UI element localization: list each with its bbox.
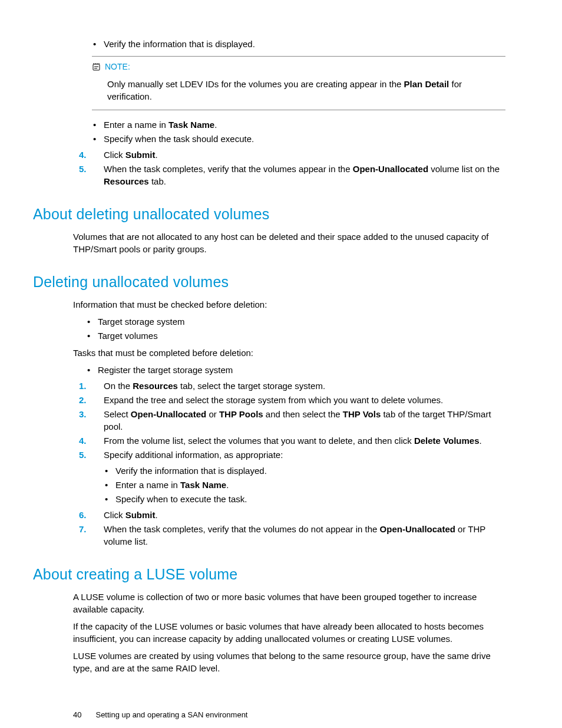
text: Expand the tree and select the storage s… (104, 395, 443, 405)
list-item: Target volumes (85, 330, 505, 342)
text: From the volume list, select the volumes… (104, 436, 414, 446)
list-item: Verify the information that is displayed… (103, 465, 505, 477)
text-bold: Submit (125, 150, 156, 160)
list-item: Enter a name in Task Name. (91, 118, 505, 131)
step5-sublist: Verify the information that is displayed… (103, 465, 505, 505)
text: . (156, 150, 158, 160)
text: Verify the information that is displayed… (104, 39, 255, 49)
footer-title: Setting up and operating a SAN environme… (95, 710, 247, 719)
top-steps: Click Submit. When the task completes, v… (79, 149, 505, 187)
text-bold: Plan Detail (404, 79, 449, 89)
list-item: Click Submit. (79, 149, 505, 161)
list-item: On the Resources tab, select the target … (79, 380, 505, 392)
note-icon (92, 62, 101, 74)
paragraph: If the capacity of the LUSE volumes or b… (73, 620, 505, 645)
text-bold: Task Name (180, 480, 226, 490)
text: Select (104, 409, 131, 419)
top-bullets-1: Verify the information that is displayed… (91, 38, 505, 50)
list-item: Verify the information that is displayed… (91, 38, 505, 50)
text: Specify when to execute the task. (115, 494, 247, 504)
text: Verify the information that is displayed… (115, 466, 267, 476)
text: Enter a name in (104, 120, 168, 130)
check-list: Target storage system Target volumes (85, 315, 505, 342)
text: Target storage system (98, 317, 185, 327)
section-heading: About deleting unallocated volumes (33, 204, 505, 225)
list-item: When the task completes, verify that the… (79, 523, 505, 548)
text: . (226, 480, 229, 490)
list-item: Click Submit. (79, 509, 505, 521)
list-item: From the volume list, select the volumes… (79, 434, 505, 447)
text: and then select the (263, 409, 343, 419)
text: When the task completes, verify that the… (104, 164, 353, 174)
text-bold: Open-Unallocated (380, 524, 455, 534)
text-bold: Submit (125, 510, 156, 520)
list-item: Target storage system (85, 315, 505, 328)
list-item: Specify when to execute the task. (103, 493, 505, 505)
paragraph: A LUSE volume is collection of two or mo… (73, 591, 505, 615)
text: When the task completes, verify that the… (104, 524, 380, 534)
text: or (206, 409, 219, 419)
text: . (480, 436, 482, 446)
list-item: Specify when the task should execute. (91, 133, 505, 145)
text-bold: Resources (133, 381, 178, 391)
list-item: Specify additional information, as appro… (79, 449, 505, 461)
list-item: Enter a name in Task Name. (103, 479, 505, 491)
list-item: Register the target storage system (85, 364, 505, 376)
section-heading: About creating a LUSE volume (33, 564, 505, 585)
text-bold: THP Vols (343, 409, 381, 419)
delete-steps-cont: Click Submit. When the task completes, v… (79, 509, 505, 548)
delete-steps: On the Resources tab, select the target … (79, 380, 505, 461)
page-number: 40 (73, 710, 81, 720)
paragraph: Information that must be checked before … (73, 298, 505, 311)
list-item: When the task completes, verify that the… (79, 163, 505, 187)
text: Enter a name in (115, 480, 180, 490)
note-label: NOTE: (105, 62, 130, 71)
text: Register the target storage system (98, 365, 233, 375)
text: volume list on the (428, 164, 500, 174)
note-body: Only manually set LDEV IDs for the volum… (107, 78, 505, 103)
text-bold: Delete Volumes (414, 436, 480, 446)
note-box: NOTE: Only manually set LDEV IDs for the… (92, 56, 505, 110)
page-footer: 40Setting up and operating a SAN environ… (33, 710, 505, 720)
text: Only manually set LDEV IDs for the volum… (107, 79, 404, 89)
text: tab. (149, 176, 166, 186)
paragraph: Volumes that are not allocated to any ho… (73, 230, 505, 255)
list-item: Expand the tree and select the storage s… (79, 394, 505, 406)
text-bold: Open-Unallocated (131, 409, 206, 419)
note-heading: NOTE: (92, 61, 505, 74)
text-bold: Open-Unallocated (353, 164, 428, 174)
text: Specify when the task should execute. (104, 134, 254, 144)
text: . (156, 510, 158, 520)
text-bold: THP Pools (219, 409, 263, 419)
text-bold: Resources (104, 176, 149, 186)
paragraph: Tasks that must be completed before dele… (73, 347, 505, 359)
text-bold: Task Name (168, 120, 214, 130)
list-item: Select Open-Unallocated or THP Pools and… (79, 408, 505, 433)
text: On the (104, 381, 133, 391)
svg-rect-0 (93, 64, 100, 70)
top-bullets-2: Enter a name in Task Name. Specify when … (91, 118, 505, 145)
text: Click (104, 150, 125, 160)
text: Target volumes (98, 331, 158, 341)
section-heading: Deleting unallocated volumes (33, 272, 505, 292)
text: Specify additional information, as appro… (104, 450, 283, 460)
paragraph: LUSE volumes are created by using volume… (73, 650, 505, 674)
text: tab, select the target storage system. (178, 381, 325, 391)
text: Click (104, 510, 125, 520)
task-list: Register the target storage system (85, 364, 505, 376)
text: . (214, 120, 217, 130)
